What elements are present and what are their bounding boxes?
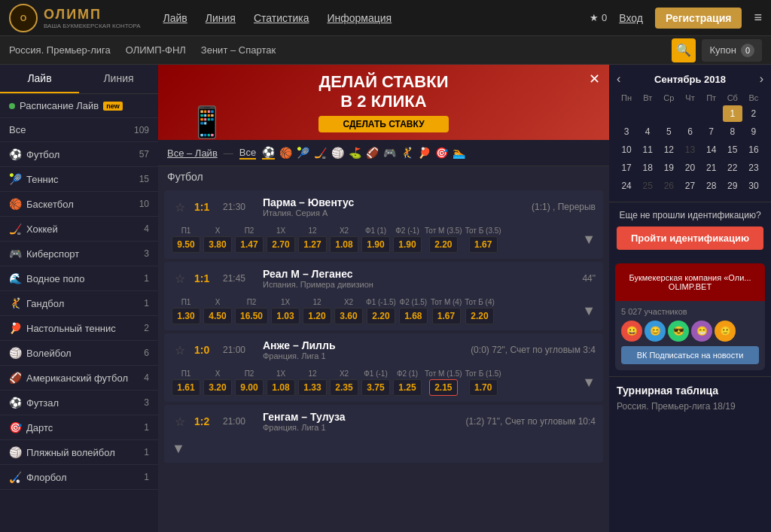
sidebar-item-basketball[interactable]: 🏀 Баскетбол 10: [0, 192, 158, 217]
match1-odd-12-btn[interactable]: 1.27: [298, 236, 327, 253]
filter-amfootball-icon[interactable]: 🏈: [366, 147, 379, 159]
filter-tennis-icon[interactable]: 🎾: [297, 147, 309, 159]
match1-odd-f2-btn[interactable]: 1.90: [393, 236, 422, 253]
cal-day-25[interactable]: 25: [638, 178, 657, 194]
tab-line[interactable]: Линия: [79, 65, 158, 93]
cal-day-9[interactable]: 9: [744, 123, 763, 140]
favorites-link[interactable]: ★ 0: [590, 12, 607, 23]
match1-odd-f1-btn[interactable]: 1.90: [361, 236, 390, 253]
filter-tabletennis-icon[interactable]: 🏓: [418, 147, 431, 159]
cal-day-16[interactable]: 16: [744, 141, 763, 158]
cal-day-17[interactable]: 17: [617, 160, 636, 176]
match3-odd-f1-btn[interactable]: 3.75: [361, 379, 390, 396]
cal-day-12[interactable]: 12: [659, 141, 678, 158]
match1-odd-x-btn[interactable]: 3.80: [203, 236, 232, 253]
match2-odd-p2-btn[interactable]: 16.50: [235, 308, 268, 324]
match2-odd-totm-btn[interactable]: 1.67: [432, 308, 461, 324]
cal-day-11[interactable]: 11: [638, 141, 657, 158]
sidebar-schedule[interactable]: Расписание Лайв new: [0, 94, 158, 118]
match2-more-icon[interactable]: ▼: [582, 303, 596, 319]
cal-day-5[interactable]: 5: [659, 123, 678, 140]
match1-odd-p1-btn[interactable]: 9.50: [172, 236, 200, 253]
filter-handball-icon[interactable]: 🤾: [401, 147, 413, 159]
cal-day-29[interactable]: 29: [723, 178, 742, 194]
sub-link-premier[interactable]: Россия. Премьер-лига: [9, 44, 111, 56]
match2-odd-p1-btn[interactable]: 1.30: [172, 308, 200, 324]
match3-odd-p1-btn[interactable]: 1.61: [172, 379, 200, 396]
filter-hockey-icon[interactable]: 🏒: [314, 147, 327, 159]
match1-odd-x2-btn[interactable]: 1.08: [330, 236, 358, 253]
sub-link-zenit[interactable]: Зенит – Спартак: [201, 44, 276, 56]
nav-info[interactable]: Информация: [327, 12, 392, 24]
cal-day-1[interactable]: 1: [723, 105, 742, 122]
search-button[interactable]: 🔍: [672, 38, 696, 62]
calendar-next-icon[interactable]: ›: [760, 72, 763, 86]
sidebar-item-hockey[interactable]: 🏒 Хоккей 4: [0, 217, 158, 242]
match4-more-icon[interactable]: ▼: [172, 441, 185, 457]
identity-button[interactable]: Пройти идентификацию: [617, 226, 763, 250]
match3-odd-totm-btn[interactable]: 2.15: [429, 379, 458, 396]
match3-odd-totb-btn[interactable]: 1.70: [469, 379, 498, 396]
filter-swim-icon[interactable]: 🏊: [453, 147, 465, 159]
cal-day-19[interactable]: 19: [659, 160, 678, 176]
banner-cta-button[interactable]: СДЕЛАТЬ СТАВКУ: [318, 116, 448, 132]
nav-stats[interactable]: Статистика: [254, 12, 309, 24]
cal-day-24[interactable]: 24: [617, 178, 636, 194]
cal-day-4[interactable]: 4: [638, 123, 657, 140]
cal-day-30[interactable]: 30: [744, 178, 763, 194]
sidebar-item-esports[interactable]: 🎮 Киберспорт 3: [0, 242, 158, 266]
cal-day-15[interactable]: 15: [723, 141, 742, 158]
match3-odd-1x-btn[interactable]: 1.08: [267, 379, 295, 396]
filter-basketball-icon[interactable]: 🏀: [279, 147, 292, 159]
sidebar-item-handball[interactable]: 🤾 Гандбол 1: [0, 291, 158, 316]
cal-day-3[interactable]: 3: [617, 123, 636, 140]
match1-odd-totb-btn[interactable]: 1.67: [469, 236, 498, 253]
match2-odd-x2-btn[interactable]: 3.60: [334, 308, 363, 324]
match2-odd-f1-btn[interactable]: 2.20: [367, 308, 395, 324]
cal-day-27[interactable]: 27: [680, 178, 699, 194]
filter-all-link[interactable]: Все: [239, 147, 256, 160]
menu-icon[interactable]: ≡: [754, 10, 762, 26]
match3-more-icon[interactable]: ▼: [582, 375, 596, 391]
cal-day-7[interactable]: 7: [702, 123, 721, 140]
tab-live[interactable]: Лайв: [0, 65, 79, 93]
match3-star-icon[interactable]: ☆: [172, 343, 188, 357]
nav-live[interactable]: Лайв: [163, 12, 187, 24]
match3-odd-p2-btn[interactable]: 9.00: [235, 379, 264, 396]
sidebar-item-waterpolo[interactable]: 🌊 Водное поло 1: [0, 266, 158, 291]
login-button[interactable]: Вход: [619, 12, 643, 24]
filter-esports-icon[interactable]: 🎮: [383, 147, 396, 159]
sidebar-item-football[interactable]: ⚽ Футбол 57: [0, 142, 158, 167]
filter-volleyball-icon[interactable]: 🏐: [331, 147, 344, 159]
cal-day-2[interactable]: 2: [744, 105, 763, 122]
match2-odd-x-btn[interactable]: 4.50: [203, 308, 232, 324]
cal-day-14[interactable]: 14: [702, 141, 721, 158]
cal-day-6[interactable]: 6: [680, 123, 699, 140]
match4-star-icon[interactable]: ☆: [172, 415, 188, 429]
match3-odd-x-btn[interactable]: 3.20: [203, 379, 232, 396]
sidebar-item-darts[interactable]: 🎯 Дартс 1: [0, 415, 158, 440]
sidebar-item-amfootball[interactable]: 🏈 Американский футбол 4: [0, 366, 158, 391]
cal-day-28[interactable]: 28: [702, 178, 721, 194]
sidebar-item-beachvball[interactable]: 🏐 Пляжный волейбол 1: [0, 440, 158, 465]
coupon-button[interactable]: Купон 0: [702, 39, 762, 62]
cal-day-8[interactable]: 8: [723, 123, 742, 140]
filter-football-icon[interactable]: ⚽: [262, 146, 275, 160]
match1-odd-totm-btn[interactable]: 2.20: [429, 236, 458, 253]
register-button[interactable]: Регистрация: [655, 8, 742, 29]
match2-odd-1x-btn[interactable]: 1.03: [271, 308, 300, 324]
sidebar-item-floorball[interactable]: 🏑 Флорбол 1: [0, 465, 158, 490]
cal-day-23[interactable]: 23: [744, 160, 763, 176]
sub-link-fnl[interactable]: ОЛИМП-ФНЛ: [126, 44, 186, 56]
match2-odd-f2-btn[interactable]: 1.68: [399, 308, 428, 324]
cal-day-13[interactable]: 13: [680, 141, 699, 158]
cal-day-26[interactable]: 26: [659, 178, 678, 194]
sidebar-item-futsal[interactable]: ⚽ Футзал 3: [0, 391, 158, 415]
match1-star-icon[interactable]: ☆: [172, 200, 188, 214]
cal-day-18[interactable]: 18: [638, 160, 657, 176]
sidebar-item-volleyball[interactable]: 🏐 Волейбол 6: [0, 341, 158, 366]
vk-subscribe-button[interactable]: ВК Подписаться на новости: [621, 346, 759, 364]
filter-live-link[interactable]: Все – Лайв: [167, 147, 218, 159]
banner-close-icon[interactable]: ✕: [589, 71, 600, 87]
match3-odd-12-btn[interactable]: 1.33: [298, 379, 327, 396]
